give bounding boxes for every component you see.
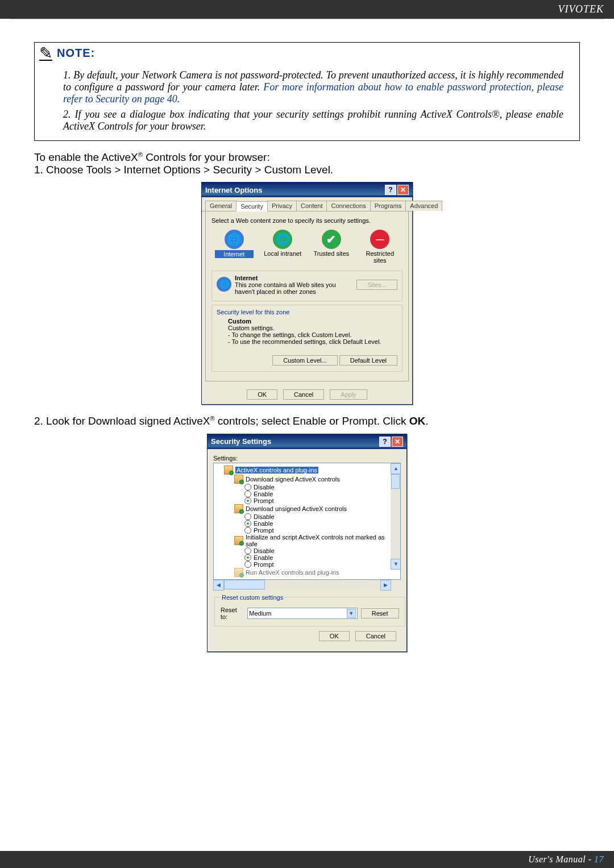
- opt-disable: Disable: [254, 547, 275, 554]
- h-scrollbar[interactable]: ◀ ▶: [213, 580, 391, 589]
- custom-sub: Custom settings.: [228, 325, 275, 331]
- scroll-right-icon[interactable]: ▶: [380, 580, 391, 591]
- ok-button[interactable]: OK: [319, 631, 350, 641]
- radio-enable[interactable]: [244, 491, 251, 497]
- registered-icon: ®: [138, 151, 143, 158]
- tab-programs[interactable]: Programs: [370, 201, 406, 211]
- radio-enable[interactable]: [244, 520, 251, 527]
- note-item2-num: 2.: [63, 109, 74, 120]
- category-icon: [234, 475, 243, 484]
- body2-ok: OK: [409, 416, 426, 427]
- security-settings-dialog: Security Settings ? ✕ Settings: ActiveX …: [207, 434, 407, 652]
- radio-enable[interactable]: [244, 554, 251, 561]
- chevron-down-icon: ▼: [347, 609, 356, 618]
- radio-prompt[interactable]: [244, 497, 251, 504]
- body1-b: Controls for your browser:: [143, 151, 270, 163]
- settings-tree[interactable]: ActiveX controls and plug-ins Download s…: [213, 463, 401, 580]
- globe-icon: 🌐: [225, 230, 244, 249]
- ok-button[interactable]: OK: [247, 389, 277, 400]
- scroll-up-icon[interactable]: ▲: [391, 463, 401, 474]
- scroll-left-icon[interactable]: ◀: [213, 580, 224, 591]
- opt-enable: Enable: [254, 520, 273, 527]
- brand-header: VIVOTEK: [0, 0, 614, 19]
- opt-prompt: Prompt: [254, 497, 273, 504]
- custom-title: Custom: [228, 318, 251, 325]
- radio-disable[interactable]: [244, 513, 251, 520]
- category-icon: [234, 504, 243, 513]
- tab-privacy[interactable]: Privacy: [267, 201, 297, 211]
- reset-to-value: Medium: [249, 610, 271, 617]
- globe-icon: 🌐: [217, 277, 231, 292]
- zone-desc: This zone contains all Web sites you hav…: [235, 281, 336, 295]
- tab-content[interactable]: Content: [296, 201, 327, 211]
- ss-titlebar[interactable]: Security Settings ? ✕: [208, 434, 406, 449]
- io-tabs: General Security Privacy Content Connect…: [202, 197, 412, 211]
- category-icon: [234, 568, 243, 577]
- note-item1-num: 1.: [63, 69, 73, 81]
- help-button[interactable]: ?: [385, 185, 396, 195]
- body1-line2: 1. Choose Tools > Internet Options > Sec…: [34, 164, 333, 176]
- zone-internet[interactable]: 🌐 Internet: [215, 230, 254, 264]
- item-download-unsigned[interactable]: Download unsigned ActiveX controls: [246, 505, 347, 512]
- zone-trusted-sites[interactable]: ✔ Trusted sites: [312, 230, 351, 264]
- reset-to-select[interactable]: Medium ▼: [247, 608, 357, 619]
- tab-security[interactable]: Security: [236, 201, 268, 211]
- note-item2: If you see a dialogue box indicating tha…: [63, 109, 563, 132]
- v-scrollbar[interactable]: ▲ ▼: [391, 463, 400, 570]
- page-footer: User's Manual - 17: [0, 851, 614, 868]
- sites-button: Sites...: [356, 280, 397, 290]
- tab-general[interactable]: General: [205, 201, 237, 211]
- opt-prompt: Prompt: [254, 561, 273, 568]
- body-step1: To enable the ActiveX® Controls for your…: [34, 151, 580, 176]
- zone-intranet-label: Local intranet: [264, 250, 302, 257]
- note-title: NOTE:: [57, 47, 95, 60]
- scroll-down-icon[interactable]: ▼: [391, 559, 401, 570]
- body2-a: 2. Look for Download signed ActiveX: [34, 416, 210, 427]
- radio-disable[interactable]: [244, 484, 251, 491]
- category-icon: [224, 466, 233, 475]
- zone-info-group: 🌐 Internet This zone contains all Web si…: [211, 271, 403, 301]
- cat-activex[interactable]: ActiveX controls and plug-ins: [235, 467, 318, 474]
- io-title: Internet Options: [205, 186, 262, 194]
- close-button[interactable]: ✕: [397, 185, 409, 195]
- registered-icon: ®: [210, 415, 214, 422]
- internet-options-dialog: Internet Options ? ✕ General Security Pr…: [201, 182, 413, 405]
- default-level-button[interactable]: Default Level: [339, 355, 397, 366]
- category-icon: [234, 536, 243, 545]
- sec-level-title: Security level for this zone: [217, 309, 397, 315]
- item-truncated: Run ActiveX controls and plug-ins: [246, 569, 348, 576]
- ss-title: Security Settings: [211, 437, 271, 446]
- reset-group-title: Reset custom settings: [221, 594, 284, 601]
- custom-line1: - To change the settings, click Custom L…: [228, 331, 351, 338]
- body-step2: 2. Look for Download signed ActiveX® con…: [34, 415, 580, 427]
- body2-b: controls; select Enable or Prompt. Click: [215, 416, 409, 427]
- zone-trusted-label: Trusted sites: [312, 250, 351, 257]
- opt-enable: Enable: [254, 491, 273, 497]
- item-download-signed[interactable]: Download signed ActiveX controls: [246, 476, 340, 483]
- apply-button: Apply: [330, 389, 367, 400]
- opt-prompt: Prompt: [254, 527, 273, 534]
- footer-text: User's Manual -: [528, 854, 594, 864]
- io-instruction: Select a Web content zone to specify its…: [211, 217, 403, 224]
- body1-a: To enable the ActiveX: [34, 151, 138, 163]
- page-number: 17: [594, 854, 604, 864]
- sec-level-group: Security level for this zone Custom Cust…: [211, 305, 403, 372]
- io-titlebar[interactable]: Internet Options ? ✕: [202, 182, 412, 197]
- radio-prompt[interactable]: [244, 527, 251, 534]
- tab-connections[interactable]: Connections: [326, 201, 370, 211]
- help-button[interactable]: ?: [379, 437, 391, 447]
- zone-restricted-sites[interactable]: ─ Restricted sites: [361, 230, 400, 264]
- cancel-button[interactable]: Cancel: [355, 631, 396, 641]
- reset-button[interactable]: Reset: [361, 608, 399, 618]
- cancel-button[interactable]: Cancel: [283, 389, 324, 400]
- close-button[interactable]: ✕: [392, 437, 403, 447]
- radio-prompt[interactable]: [244, 561, 251, 568]
- item-init-script[interactable]: Initialize and script ActiveX controls n…: [246, 534, 398, 547]
- zone-internet-label: Internet: [215, 250, 254, 258]
- custom-level-button[interactable]: Custom Level...: [272, 355, 337, 366]
- radio-disable[interactable]: [244, 547, 251, 554]
- zone-local-intranet[interactable]: 🌐 Local intranet: [264, 230, 302, 264]
- settings-label: Settings:: [213, 455, 401, 462]
- opt-disable: Disable: [254, 513, 275, 520]
- tab-advanced[interactable]: Advanced: [405, 201, 442, 211]
